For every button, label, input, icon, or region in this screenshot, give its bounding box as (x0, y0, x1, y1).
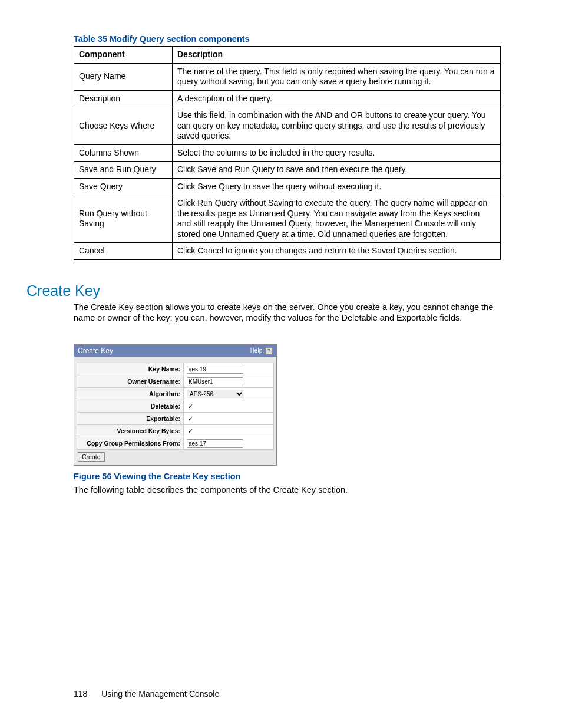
cell-component: Query Name (74, 63, 173, 90)
cell-description: Click Run Query without Saving to execut… (173, 195, 501, 243)
cell-description: Click Save Query to save the query witho… (173, 178, 501, 195)
cell-component: Cancel (74, 243, 173, 260)
th-component: Component (74, 47, 173, 64)
algorithm-select[interactable]: AES-256 (187, 390, 244, 398)
create-key-titlebar: Create Key Help ? (74, 345, 276, 357)
keyname-input[interactable] (187, 365, 243, 374)
after-figure-paragraph: The following table describes the compon… (74, 485, 501, 496)
help-link[interactable]: Help ? (250, 347, 273, 355)
table-row: Choose Keys Where Use this field, in com… (74, 107, 501, 145)
cell-component: Choose Keys Where (74, 107, 173, 145)
label-owner: Owner Username: (77, 375, 184, 388)
cell-component: Columns Shown (74, 144, 173, 162)
cell-description: A description of the query. (173, 90, 501, 107)
label-keyname: Key Name: (77, 363, 184, 375)
table-row: Cancel Click Cancel to ignore you change… (74, 243, 501, 260)
create-key-title-text: Create Key (78, 347, 113, 355)
help-icon: ? (265, 347, 273, 355)
cell-description: The name of the query. This field is onl… (173, 63, 501, 90)
label-versioned: Versioned Key Bytes: (77, 425, 184, 437)
create-key-form-table: Key Name: Owner Username: Algorithm: AES… (77, 363, 274, 450)
create-key-panel: Create Key Help ? Key Name: Owner Userna… (74, 344, 277, 466)
table-row: Save and Run Query Click Save and Run Qu… (74, 162, 501, 179)
cell-description: Use this field, in combination with the … (173, 107, 501, 145)
table-row: Save Query Click Save Query to save the … (74, 178, 501, 195)
cell-description: Click Save and Run Query to save and the… (173, 162, 501, 179)
page-footer: 118 Using the Management Console (74, 689, 219, 699)
figure-caption: Figure 56 Viewing the Create Key section (74, 472, 501, 481)
table-row: Columns Shown Select the columns to be i… (74, 144, 501, 162)
chapter-title: Using the Management Console (101, 689, 219, 699)
label-deletable: Deletable: (77, 400, 184, 413)
cell-component: Description (74, 90, 173, 107)
table-row: Query Name The name of the query. This f… (74, 63, 501, 90)
copyperm-input[interactable] (187, 439, 243, 448)
label-exportable: Exportable: (77, 413, 184, 425)
section-paragraph: The Create Key section allows you to cre… (74, 302, 501, 324)
create-button[interactable]: Create (78, 452, 105, 462)
cell-component: Run Query without Saving (74, 195, 173, 243)
exportable-check-icon[interactable]: ✓ (187, 415, 194, 422)
table-row: Description A description of the query. (74, 90, 501, 107)
cell-component: Save Query (74, 178, 173, 195)
versioned-check-icon[interactable]: ✓ (187, 427, 194, 434)
components-table: Component Description Query Name The nam… (74, 46, 501, 260)
page-number: 118 (74, 689, 87, 699)
table-row: Run Query without Saving Click Run Query… (74, 195, 501, 243)
owner-input[interactable] (187, 377, 243, 386)
section-heading: Create Key (27, 282, 501, 299)
cell-description: Select the columns to be included in the… (173, 144, 501, 162)
th-description: Description (173, 47, 501, 64)
help-text: Help (250, 347, 263, 354)
label-algorithm: Algorithm: (77, 388, 184, 400)
table-caption: Table 35 Modify Query section components (74, 34, 501, 44)
cell-description: Click Cancel to ignore you changes and r… (173, 243, 501, 260)
label-copyperm: Copy Group Permissions From: (77, 437, 184, 450)
deletable-check-icon[interactable]: ✓ (187, 403, 194, 410)
create-key-figure: Create Key Help ? Key Name: Owner Userna… (74, 344, 501, 466)
cell-component: Save and Run Query (74, 162, 173, 179)
